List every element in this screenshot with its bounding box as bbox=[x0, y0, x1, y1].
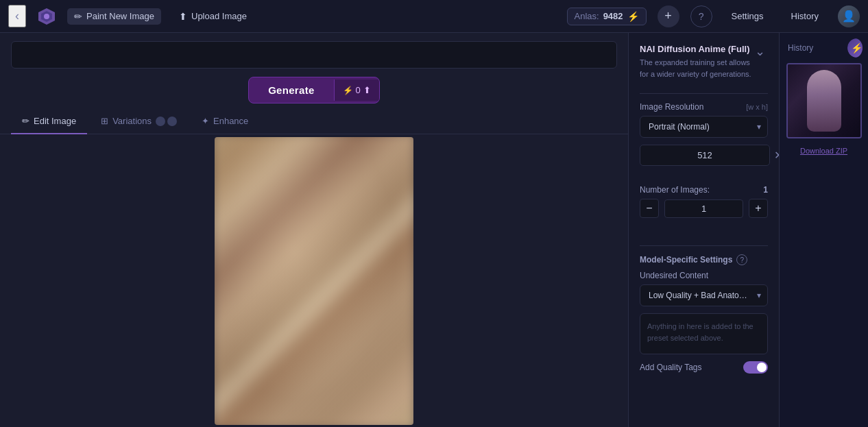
collapse-button[interactable]: ⌄ bbox=[752, 44, 768, 59]
undesired-content-label: Undesired Content bbox=[640, 271, 768, 280]
width-input[interactable] bbox=[640, 145, 770, 166]
topnav: ‹ ✏ Paint New Image ⬆ Upload Image Anlas… bbox=[0, 0, 868, 33]
history-avatar-icon: ⚡ bbox=[847, 38, 863, 58]
quality-tags-row: Add Quality Tags bbox=[640, 361, 768, 374]
quality-tags-toggle[interactable] bbox=[743, 361, 768, 374]
num-increase-button[interactable]: + bbox=[749, 199, 768, 218]
prompt-input[interactable] bbox=[11, 41, 617, 69]
undesired-textarea[interactable]: Anything in here is added to the preset … bbox=[640, 313, 768, 354]
enhance-icon: ✦ bbox=[202, 116, 209, 126]
model-desc: The expanded training set allows for a w… bbox=[640, 57, 752, 80]
cost-icon: ⚡ bbox=[343, 86, 353, 95]
image-canvas bbox=[215, 137, 413, 425]
history-header: History ⚡ bbox=[785, 38, 863, 58]
textarea-placeholder-text: Anything in here is added to the preset … bbox=[647, 321, 760, 343]
left-panel: Generate ⚡ 0 ⬆ ✏ Edit Image ⊞ Variations bbox=[0, 33, 628, 427]
resolution-inputs: ✕ bbox=[640, 145, 768, 166]
avatar-image: 👤 bbox=[838, 5, 860, 27]
num-decrease-button[interactable]: − bbox=[640, 199, 659, 218]
main-layout: Generate ⚡ 0 ⬆ ✏ Edit Image ⊞ Variations bbox=[0, 33, 868, 427]
model-specific-section: Model-Specific Settings ? Undesired Cont… bbox=[640, 254, 768, 374]
num-images-row: − 1 + bbox=[640, 199, 768, 218]
tab-variations[interactable]: ⊞ Variations bbox=[90, 109, 188, 134]
download-zip-link[interactable]: Download ZIP bbox=[800, 147, 847, 155]
upload-icon: ⬆ bbox=[179, 11, 187, 22]
edit-icon: ✏ bbox=[22, 116, 29, 126]
num-images-section: Number of Images: 1 − 1 + bbox=[640, 185, 768, 226]
resolution-preset-select[interactable]: Portrait (Normal) Landscape (Normal) Squ… bbox=[640, 116, 768, 138]
times-icon: ✕ bbox=[774, 149, 779, 162]
toggle-thumb bbox=[757, 363, 767, 372]
generate-row: Generate ⚡ 0 ⬆ bbox=[0, 77, 628, 109]
paint-new-image-button[interactable]: ✏ Paint New Image bbox=[67, 8, 161, 25]
history-label: History bbox=[785, 43, 847, 53]
svg-point-2 bbox=[44, 14, 49, 19]
history-figure bbox=[807, 70, 841, 132]
avatar[interactable]: 👤 bbox=[838, 5, 860, 27]
upload-image-button[interactable]: ⬆ Upload Image bbox=[172, 8, 254, 25]
canvas-overlay bbox=[215, 137, 413, 425]
variations-icon: ⊞ bbox=[101, 116, 108, 126]
history-thumbnail[interactable] bbox=[786, 63, 862, 138]
tabs-bar: ✏ Edit Image ⊞ Variations ✦ Enhance bbox=[0, 109, 628, 134]
generate-button[interactable]: Generate bbox=[249, 77, 333, 103]
tab-enhance[interactable]: ✦ Enhance bbox=[191, 109, 259, 134]
settings-panel: NAI Diffusion Anime (Full) The expanded … bbox=[628, 33, 779, 427]
history-nav-item[interactable]: History bbox=[783, 8, 827, 24]
paint-icon: ✏ bbox=[74, 11, 82, 22]
anlas-icon: ⚡ bbox=[627, 11, 639, 22]
model-name: NAI Diffusion Anime (Full) bbox=[640, 44, 752, 54]
toggle-track[interactable] bbox=[743, 361, 768, 374]
num-images-label: Number of Images: 1 bbox=[640, 185, 768, 195]
generate-cost: ⚡ 0 ⬆ bbox=[334, 80, 379, 101]
resolution-preset-wrap: Portrait (Normal) Landscape (Normal) Squ… bbox=[640, 116, 768, 138]
generate-button-group: Generate ⚡ 0 ⬆ bbox=[248, 77, 380, 103]
anlas-badge: Anlas: 9482 ⚡ bbox=[567, 8, 647, 25]
settings-nav-item[interactable]: Settings bbox=[723, 8, 772, 24]
help-button[interactable]: ? bbox=[690, 5, 712, 27]
tab-edit-image[interactable]: ✏ Edit Image bbox=[11, 109, 87, 134]
back-button[interactable]: ‹ bbox=[8, 5, 26, 27]
image-area bbox=[0, 134, 628, 427]
history-panel: History ⚡ Download ZIP bbox=[779, 33, 868, 427]
num-images-display: 1 bbox=[664, 199, 743, 218]
quality-tags-label: Add Quality Tags bbox=[640, 363, 702, 372]
help-icon[interactable]: ? bbox=[736, 254, 747, 265]
resolution-section: Image Resolution [w x h] Portrait (Norma… bbox=[640, 102, 768, 174]
undesired-preset-select[interactable]: Low Quality + Bad Anato… None Low Qualit… bbox=[640, 284, 768, 306]
variations-badge bbox=[156, 117, 177, 126]
prompt-bar bbox=[0, 33, 628, 77]
resolution-label: Image Resolution [w x h] bbox=[640, 102, 768, 112]
add-anlas-button[interactable]: + bbox=[658, 5, 679, 27]
undesired-preset-wrap: Low Quality + Bad Anato… None Low Qualit… bbox=[640, 284, 768, 306]
app-logo bbox=[37, 7, 56, 26]
model-specific-row: Model-Specific Settings ? bbox=[640, 254, 768, 265]
history-image bbox=[788, 64, 860, 137]
